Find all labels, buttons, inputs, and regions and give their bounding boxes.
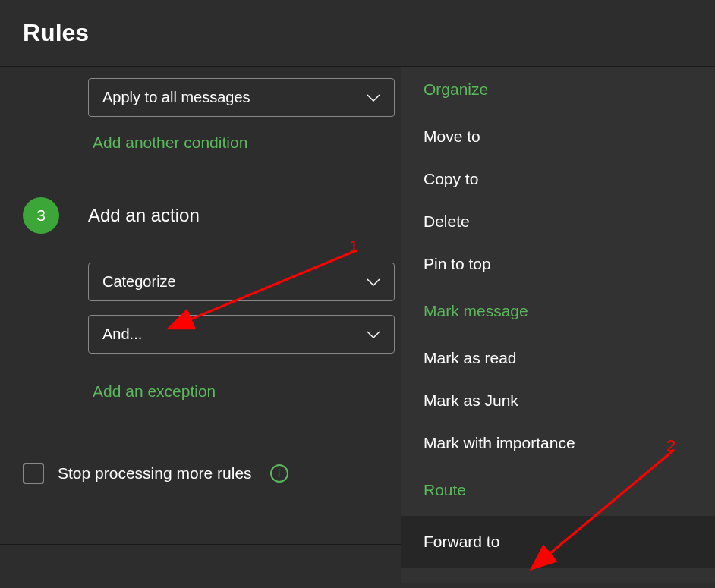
action-dropdown-categorize-value: Categorize <box>102 273 176 291</box>
chevron-down-icon <box>367 278 380 286</box>
action-dropdown-categorize[interactable]: Categorize <box>88 263 395 301</box>
page-title: Rules <box>23 19 692 47</box>
action-menu-popover: Organize Move to Copy to Delete Pin to t… <box>401 67 715 583</box>
condition-dropdown-value: Apply to all messages <box>102 89 250 106</box>
stop-processing-label: Stop processing more rules <box>58 464 252 483</box>
menu-item-mark-read[interactable]: Mark as read <box>424 337 715 379</box>
menu-item-copy-to[interactable]: Copy to <box>424 158 715 200</box>
menu-item-pin-to-top[interactable]: Pin to top <box>424 243 715 285</box>
step-number-value: 3 <box>36 206 46 225</box>
stop-processing-checkbox[interactable] <box>23 463 44 484</box>
menu-item-forward-to[interactable]: Forward to <box>401 516 715 568</box>
add-condition-link[interactable]: Add another condition <box>93 134 247 152</box>
menu-item-mark-importance[interactable]: Mark with importance <box>424 422 715 464</box>
menu-section-organize: Organize <box>424 80 715 99</box>
condition-dropdown[interactable]: Apply to all messages <box>88 78 395 117</box>
chevron-down-icon <box>367 94 380 102</box>
add-exception-link[interactable]: Add an exception <box>93 382 216 401</box>
action-dropdown-and-value: And... <box>102 325 142 343</box>
menu-item-move-to[interactable]: Move to <box>424 115 715 158</box>
action-section-title: Add an action <box>88 205 200 226</box>
menu-item-delete[interactable]: Delete <box>424 200 715 243</box>
chevron-down-icon <box>367 331 380 338</box>
action-dropdown-and[interactable]: And... <box>88 315 395 354</box>
info-icon[interactable]: i <box>270 464 288 483</box>
menu-item-mark-junk[interactable]: Mark as Junk <box>424 379 715 422</box>
menu-section-mark: Mark message <box>424 302 715 320</box>
page-header: Rules <box>0 0 715 67</box>
rules-config-panel: Apply to all messages Add another condit… <box>0 67 401 583</box>
divider <box>0 544 401 545</box>
menu-section-route: Route <box>424 481 715 499</box>
step-number-badge: 3 <box>23 197 59 234</box>
